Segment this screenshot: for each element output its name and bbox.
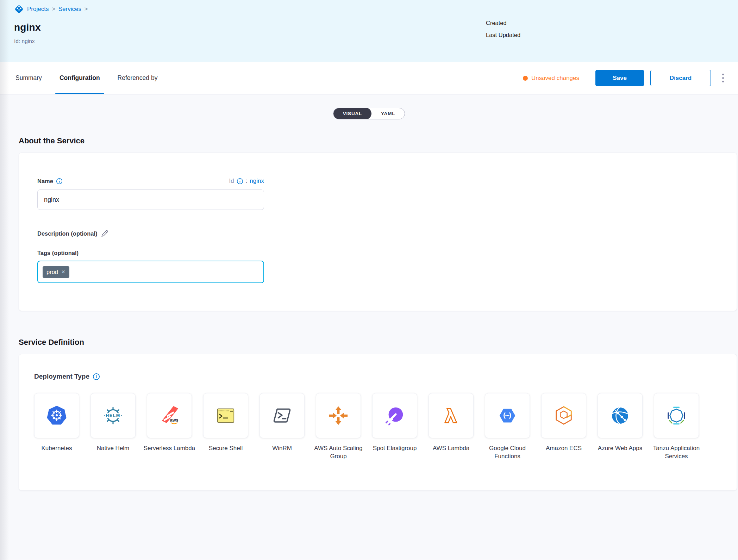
- more-options-kebab-icon[interactable]: [719, 71, 727, 85]
- serverless-lambda-icon: aws: [158, 405, 180, 427]
- service-name-input[interactable]: [37, 189, 264, 210]
- edit-pencil-icon[interactable]: [100, 230, 108, 238]
- secure-shell-tile[interactable]: [203, 393, 248, 438]
- last-updated-label: Last Updated: [486, 32, 520, 38]
- deployment-type-native-helm[interactable]: HELM Native Helm: [90, 393, 136, 461]
- toggle-yaml[interactable]: YAML: [371, 108, 405, 119]
- unsaved-changes-badge: Unsaved changes: [523, 75, 579, 82]
- deployment-type-azure-web-apps[interactable]: Azure Web Apps: [598, 393, 643, 461]
- tile-label: WinRM: [254, 444, 310, 453]
- deployment-type-aws-lambda[interactable]: AWS Lambda: [429, 393, 474, 461]
- tab-referenced-by[interactable]: Referenced by: [116, 62, 159, 94]
- id-value[interactable]: nginx: [250, 178, 264, 185]
- tags-label: Tags (optional): [37, 250, 718, 256]
- description-label: Description (optional): [37, 230, 718, 238]
- tile-label: AWS Lambda: [423, 444, 479, 453]
- deployment-type-google-cloud-functions[interactable]: Google Cloud Functions: [485, 393, 530, 461]
- view-toggle-row: VISUAL YAML: [0, 94, 738, 119]
- tile-label: AWS Auto Scaling Group: [311, 444, 366, 461]
- configuration-content: VISUAL YAML About the Service Name Id: [0, 94, 738, 560]
- tags-label-text: Tags (optional): [37, 250, 79, 256]
- toggle-visual[interactable]: VISUAL: [333, 108, 371, 119]
- page-title: nginx: [14, 22, 724, 33]
- azure-web-apps-icon: [609, 405, 631, 427]
- service-definition-heading: Service Definition: [19, 338, 738, 347]
- deployment-type-kubernetes[interactable]: Kubernetes: [34, 393, 79, 461]
- tanzu-tile[interactable]: [654, 393, 699, 438]
- page-header: Projects > Services > nginx Id: nginx Cr…: [0, 0, 738, 62]
- info-icon[interactable]: [93, 373, 100, 380]
- service-configuration-page: Projects > Services > nginx Id: nginx Cr…: [0, 0, 738, 560]
- tile-label: Native Helm: [85, 444, 141, 453]
- tab-summary[interactable]: Summary: [14, 62, 43, 94]
- terminal-icon: [215, 405, 237, 427]
- tile-label: Serverless Lambda: [142, 444, 197, 453]
- gcp-functions-tile[interactable]: [485, 393, 530, 438]
- aws-lambda-icon: [440, 405, 462, 427]
- kubernetes-icon: [46, 405, 68, 427]
- deployment-type-aws-auto-scaling-group[interactable]: AWS Auto Scaling Group: [316, 393, 361, 461]
- info-icon[interactable]: [237, 178, 243, 185]
- tag-remove-icon[interactable]: ✕: [61, 269, 65, 274]
- deployment-type-label-text: Deployment Type: [34, 373, 89, 380]
- deployment-type-amazon-ecs[interactable]: Amazon ECS: [541, 393, 586, 461]
- helm-icon: HELM: [102, 405, 124, 427]
- unsaved-dot-icon: [523, 76, 528, 81]
- name-label: Name: [37, 178, 63, 185]
- tab-configuration[interactable]: Configuration: [58, 62, 101, 94]
- tile-label: Amazon ECS: [536, 444, 592, 453]
- visual-yaml-toggle: VISUAL YAML: [333, 108, 405, 119]
- description-label-text: Description (optional): [37, 230, 98, 237]
- info-icon[interactable]: [56, 178, 63, 185]
- tile-label: Secure Shell: [198, 444, 254, 453]
- discard-button[interactable]: Discard: [650, 70, 711, 86]
- tile-label: Kubernetes: [29, 444, 85, 453]
- service-definition-card: Deployment Type: [19, 354, 737, 491]
- aws-asg-tile[interactable]: [316, 393, 361, 438]
- deployment-type-serverless-lambda[interactable]: aws Serverless Lambda: [147, 393, 192, 461]
- breadcrumb-link-services[interactable]: Services: [58, 6, 81, 13]
- tag-chip-label: prod: [46, 269, 58, 275]
- native-helm-tile[interactable]: HELM: [90, 393, 136, 438]
- created-label: Created: [486, 20, 520, 26]
- entity-id-group: Id : nginx: [229, 178, 264, 185]
- tab-actions: Unsaved changes Save Discard: [523, 62, 727, 94]
- deployment-type-tanzu-application-services[interactable]: Tanzu Application Services: [654, 393, 699, 461]
- serverless-lambda-tile[interactable]: aws: [147, 393, 192, 438]
- tile-label: Tanzu Application Services: [649, 444, 704, 461]
- about-service-card: Name Id : nginx: [19, 153, 737, 311]
- unsaved-changes-label: Unsaved changes: [531, 75, 579, 82]
- save-button[interactable]: Save: [595, 70, 644, 86]
- deployment-type-tiles: Kubernetes: [34, 393, 721, 461]
- deployment-type-winrm[interactable]: WinRM: [259, 393, 305, 461]
- amazon-ecs-tile[interactable]: [541, 393, 586, 438]
- deployment-type-secure-shell[interactable]: Secure Shell: [203, 393, 248, 461]
- spot-icon: [384, 405, 406, 427]
- powershell-icon: [271, 405, 293, 427]
- breadcrumb-separator: >: [52, 6, 55, 12]
- breadcrumb: Projects > Services >: [14, 4, 724, 14]
- tabs: Summary Configuration Referenced by: [14, 62, 159, 94]
- azure-web-apps-tile[interactable]: [598, 393, 643, 438]
- spot-elastigroup-tile[interactable]: [372, 393, 417, 438]
- id-colon: :: [246, 178, 248, 185]
- tile-label: Spot Elastigroup: [367, 444, 423, 453]
- tile-label: Google Cloud Functions: [480, 444, 535, 461]
- amazon-ecs-icon: [553, 405, 575, 427]
- projects-grid-icon: [14, 4, 24, 14]
- svg-text:aws: aws: [170, 418, 179, 423]
- aws-lambda-tile[interactable]: [429, 393, 474, 438]
- about-service-heading: About the Service: [19, 136, 738, 145]
- svg-text:HELM: HELM: [106, 413, 120, 418]
- tags-input[interactable]: prod ✕: [37, 261, 264, 283]
- breadcrumb-link-projects[interactable]: Projects: [27, 6, 49, 13]
- tile-label: Azure Web Apps: [592, 444, 648, 453]
- deployment-type-spot-elastigroup[interactable]: Spot Elastigroup: [372, 393, 417, 461]
- winrm-tile[interactable]: [259, 393, 305, 438]
- kubernetes-tile[interactable]: [34, 393, 79, 438]
- id-label: Id: [229, 178, 234, 185]
- header-meta: Created Last Updated: [486, 20, 520, 38]
- breadcrumb-separator: >: [85, 6, 88, 12]
- aws-asg-icon: [327, 405, 349, 427]
- service-id-text: Id: nginx: [14, 38, 724, 44]
